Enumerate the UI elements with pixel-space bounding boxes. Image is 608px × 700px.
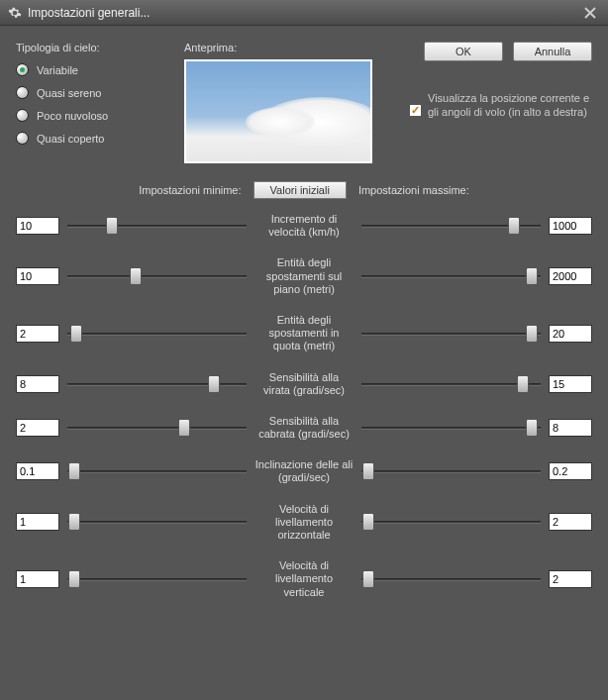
gear-icon — [8, 6, 22, 20]
show-position-label: Visualizza la posizione corrente e gli a… — [428, 91, 592, 120]
min-slider[interactable] — [67, 374, 247, 394]
max-input[interactable] — [549, 419, 592, 437]
max-input[interactable] — [549, 267, 592, 285]
param-row-0: Incremento di velocità (km/h) — [16, 213, 592, 239]
param-label: Velocità di livellamento verticale — [254, 559, 354, 599]
max-slider[interactable] — [361, 512, 541, 532]
min-slider[interactable] — [67, 418, 247, 438]
sky-option-label: Poco nuvoloso — [37, 110, 108, 122]
min-slider[interactable] — [67, 461, 247, 481]
radio-icon[interactable] — [16, 132, 29, 145]
param-label: Incremento di velocità (km/h) — [254, 213, 354, 239]
preview-group: Anteprima: — [184, 42, 372, 163]
max-input[interactable] — [549, 462, 592, 480]
min-input[interactable] — [16, 267, 59, 285]
sky-option-0[interactable]: Variabile — [16, 63, 164, 76]
sky-option-3[interactable]: Quasi coperto — [16, 132, 164, 145]
radio-icon[interactable] — [16, 86, 29, 99]
sky-option-label: Quasi coperto — [37, 133, 104, 145]
content-area: Tipologia di cielo: VariabileQuasi seren… — [0, 26, 608, 633]
min-input[interactable] — [16, 419, 59, 437]
max-slider[interactable] — [361, 569, 541, 589]
param-label: Entità degli spostamenti in quota (metri… — [254, 314, 354, 353]
param-label: Sensibilità alla cabrata (gradi/sec) — [254, 415, 354, 441]
max-input[interactable] — [549, 325, 592, 343]
max-input[interactable] — [549, 570, 592, 588]
min-slider[interactable] — [67, 569, 247, 589]
max-slider[interactable] — [361, 324, 541, 344]
min-input[interactable] — [16, 217, 59, 235]
min-slider[interactable] — [67, 324, 247, 344]
show-position-checkbox[interactable] — [409, 104, 422, 117]
param-row-4: Sensibilità alla cabrata (gradi/sec) — [16, 415, 592, 441]
sky-option-label: Variabile — [37, 64, 78, 76]
sky-option-label: Quasi sereno — [37, 87, 101, 99]
sky-type-label: Tipologia di cielo: — [16, 42, 164, 53]
max-input[interactable] — [549, 375, 592, 393]
min-slider[interactable] — [67, 266, 247, 286]
max-settings-label: Impostazioni massime: — [358, 184, 469, 196]
param-label: Entità degli spostamenti sul piano (metr… — [254, 256, 354, 296]
radio-icon[interactable] — [16, 63, 29, 76]
radio-icon[interactable] — [16, 109, 29, 122]
min-input[interactable] — [16, 375, 59, 393]
max-slider[interactable] — [361, 418, 541, 438]
titlebar: Impostazioni generali... — [0, 0, 608, 26]
param-row-5: Inclinazione delle ali (gradi/sec) — [16, 458, 592, 484]
min-slider[interactable] — [67, 216, 247, 236]
cancel-button[interactable]: Annulla — [513, 42, 592, 61]
max-input[interactable] — [549, 513, 592, 531]
max-input[interactable] — [549, 217, 592, 235]
min-settings-label: Impostazioni minime: — [139, 184, 241, 196]
window-title: Impostazioni generali... — [28, 6, 580, 20]
min-input[interactable] — [16, 570, 59, 588]
max-slider[interactable] — [361, 461, 541, 481]
param-row-3: Sensibilità alla virata (gradi/sec) — [16, 371, 592, 397]
min-input[interactable] — [16, 513, 59, 531]
param-label: Velocità di livellamento orizzontale — [254, 503, 354, 543]
show-position-check-row[interactable]: Visualizza la posizione corrente e gli a… — [409, 91, 592, 120]
sky-option-2[interactable]: Poco nuvoloso — [16, 109, 164, 122]
ok-button[interactable]: OK — [424, 42, 503, 61]
param-row-6: Velocità di livellamento orizzontale — [16, 503, 592, 543]
preview-label: Anteprima: — [184, 42, 372, 53]
max-slider[interactable] — [361, 266, 541, 286]
max-slider[interactable] — [361, 374, 541, 394]
defaults-button[interactable]: Valori iniziali — [253, 181, 347, 199]
min-input[interactable] — [16, 462, 59, 480]
min-slider[interactable] — [67, 512, 247, 532]
param-label: Sensibilità alla virata (gradi/sec) — [254, 371, 354, 397]
param-label: Inclinazione delle ali (gradi/sec) — [254, 458, 354, 484]
param-row-7: Velocità di livellamento verticale — [16, 559, 592, 599]
sky-type-group: Tipologia di cielo: VariabileQuasi seren… — [16, 42, 164, 163]
preview-image — [184, 59, 372, 163]
min-input[interactable] — [16, 325, 59, 343]
sky-option-1[interactable]: Quasi sereno — [16, 86, 164, 99]
close-icon[interactable] — [580, 4, 600, 22]
param-row-1: Entità degli spostamenti sul piano (metr… — [16, 256, 592, 296]
param-row-2: Entità degli spostamenti in quota (metri… — [16, 314, 592, 353]
max-slider[interactable] — [361, 216, 541, 236]
